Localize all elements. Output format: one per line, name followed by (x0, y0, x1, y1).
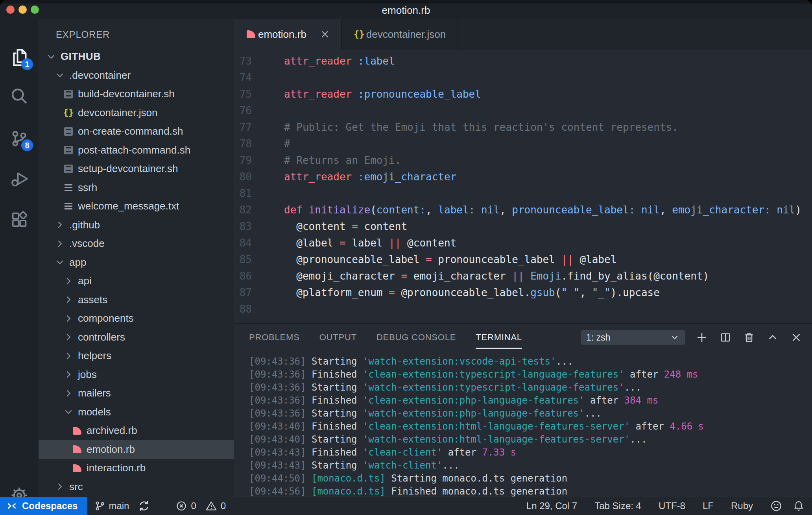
run-and-debug-icon[interactable] (0, 160, 39, 198)
line-number: 75 (234, 86, 252, 102)
tree-item-label: .github (69, 219, 100, 231)
editor-tab-emotion-rb[interactable]: emotion.rb (234, 19, 342, 50)
tree-item-label: archived.rb (87, 424, 137, 437)
search-icon[interactable] (0, 77, 39, 115)
tree-item-interaction-rb[interactable]: interaction.rb (39, 459, 234, 478)
explorer-header: EXPLORER (56, 29, 110, 40)
code-editor[interactable]: 73attr_reader :label 74 75attr_reader :p… (234, 50, 812, 326)
language-mode[interactable]: Ruby (731, 500, 753, 511)
tree-item-label: setup-devcontainer.sh (78, 163, 178, 175)
code-line: 78# (234, 135, 812, 152)
maximize-panel-button[interactable] (766, 330, 780, 345)
tree-item-api[interactable]: api (39, 272, 234, 291)
tree-item-label: controllers (78, 331, 125, 343)
warning-icon (206, 500, 217, 511)
line-number: 83 (234, 218, 252, 235)
chevron-right-icon (62, 351, 75, 361)
tree-item-label: assets (78, 294, 107, 306)
shell-file-icon (64, 146, 73, 154)
tree-item-setup-devcontainer-sh[interactable]: setup-devcontainer.sh (39, 159, 234, 178)
feedback-smiley-icon[interactable] (770, 500, 782, 512)
tree-item-ssrh[interactable]: ssrh (39, 178, 234, 197)
tree-item-archived-rb[interactable]: archived.rb (39, 421, 234, 440)
tree-item-devcontainer-json[interactable]: {}devcontainer.json (39, 104, 234, 122)
tree-item-src[interactable]: src (39, 478, 234, 496)
line-number: 74 (234, 69, 252, 86)
git-branch-indicator[interactable]: main (95, 500, 150, 512)
sync-icon[interactable] (138, 500, 150, 512)
tab-size[interactable]: Tab Size: 4 (594, 500, 641, 511)
notifications-bell-icon[interactable] (793, 500, 804, 511)
tree-item-devcontainer[interactable]: .devcontainer (39, 66, 234, 85)
tree-item-jobs[interactable]: jobs (39, 365, 234, 384)
terminal-output[interactable]: [09:43:36] Starting 'watch-extension:vsc… (234, 351, 812, 498)
chevron-down-icon (54, 258, 66, 267)
chevron-down-icon (54, 70, 66, 80)
new-terminal-button[interactable] (695, 330, 709, 345)
tree-item-post-attach-command-sh[interactable]: post-attach-command.sh (39, 141, 234, 160)
chevron-right-icon (62, 332, 75, 342)
tree-item-label: models (78, 406, 111, 418)
tree-item-mailers[interactable]: mailers (39, 384, 234, 403)
tree-item-github[interactable]: .github (39, 216, 234, 235)
json-file-icon: {} (63, 108, 74, 117)
branch-icon (95, 501, 105, 511)
line-number: 78 (234, 135, 252, 152)
editor-tab-bar: emotion.rb {} devcontainer.json (234, 19, 812, 50)
tree-item-label: mailers (78, 387, 111, 399)
tree-item-label: interaction.rb (87, 462, 146, 474)
code-line: 84 @label = label || @content (234, 235, 812, 251)
terminal-line: [09:44:50] [monaco.d.ts] Starting monaco… (249, 472, 812, 485)
code-line: 87 @platform_enum = @pronounceable_label… (234, 284, 812, 301)
tree-item-controllers[interactable]: controllers (39, 328, 234, 347)
tree-item-components[interactable]: components (39, 309, 234, 328)
text-file-icon (65, 184, 72, 191)
tree-item-label: devcontainer.json (78, 107, 157, 119)
extensions-icon[interactable] (0, 201, 39, 239)
chevron-right-icon (54, 220, 66, 230)
close-tab-icon[interactable] (320, 29, 330, 39)
line-number: 87 (234, 284, 252, 301)
encoding[interactable]: UTF-8 (659, 500, 685, 511)
line-number: 77 (234, 119, 252, 135)
error-count: 0 (191, 500, 196, 511)
panel-tab-problems[interactable]: PROBLEMS (249, 332, 300, 343)
tree-item-label: .devcontainer (69, 69, 131, 82)
close-panel-button[interactable] (789, 330, 803, 345)
tree-item-on-create-command-sh[interactable]: on-create-command.sh (39, 122, 234, 141)
code-line: 81 (234, 185, 812, 202)
source-control-icon[interactable]: 8 (0, 120, 39, 157)
chevron-right-icon (62, 295, 75, 304)
tree-item-app[interactable]: app (39, 253, 234, 272)
panel-tab-debug-console[interactable]: DEBUG CONSOLE (376, 332, 456, 343)
tree-item-models[interactable]: models (39, 403, 234, 422)
panel-tab-terminal[interactable]: TERMINAL (476, 332, 522, 343)
panel-tabs: PROBLEMS OUTPUT DEBUG CONSOLE TERMINAL (249, 332, 542, 343)
tree-item-assets[interactable]: assets (39, 291, 234, 309)
tab-label: emotion.rb (258, 28, 306, 41)
tree-item-welcome-message-txt[interactable]: welcome_message.txt (39, 197, 234, 216)
code-line: 79# Returns an Emoji. (234, 152, 812, 169)
tree-item-emotion-rb[interactable]: emotion.rb (39, 440, 234, 459)
terminal-select[interactable]: 1: zsh (581, 330, 685, 345)
code-line: 82def initialize(content:, label: nil, p… (234, 202, 812, 218)
kill-terminal-trash-button[interactable] (742, 330, 756, 345)
split-terminal-button[interactable] (718, 330, 733, 345)
chevron-right-icon (62, 314, 75, 323)
problems-indicator[interactable]: 0 0 (176, 500, 226, 511)
tree-item-vscode[interactable]: .vscode (39, 234, 234, 253)
cursor-position[interactable]: Ln 29, Col 7 (526, 500, 577, 511)
terminal-line: [09:43:36] Finished 'clean-extension:typ… (249, 368, 812, 381)
code-line: 74 (234, 69, 812, 86)
tree-root-github[interactable]: GITHUB (39, 47, 234, 66)
editor-tab-devcontainer-json[interactable]: {} devcontainer.json (342, 19, 458, 50)
tree-item-helpers[interactable]: helpers (39, 346, 234, 365)
code-line: 86 @emoji_character = emoji_character ||… (234, 268, 812, 284)
shell-file-icon (64, 127, 73, 136)
panel-header: PROBLEMS OUTPUT DEBUG CONSOLE TERMINAL 1… (234, 324, 812, 351)
panel-tab-output[interactable]: OUTPUT (319, 332, 357, 343)
tree-item-build-devcontainer-sh[interactable]: build-devcontainer.sh (39, 85, 234, 104)
explorer-icon[interactable]: 1 (0, 39, 39, 76)
codespaces-remote-indicator[interactable]: Codespaces (0, 497, 87, 515)
eol-sequence[interactable]: LF (703, 500, 714, 511)
